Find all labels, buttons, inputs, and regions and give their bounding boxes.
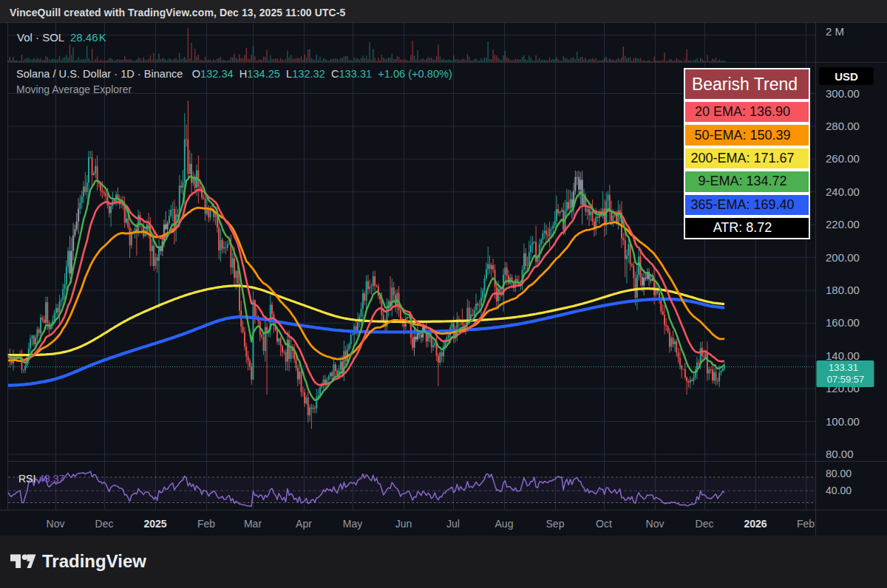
svg-text:Dec: Dec <box>696 518 714 530</box>
svg-text:80.00: 80.00 <box>826 448 854 460</box>
svg-text:Aug: Aug <box>495 518 514 530</box>
svg-text:40.00: 40.00 <box>826 485 852 496</box>
svg-text:Nov: Nov <box>646 518 665 530</box>
svg-text:TradingView: TradingView <box>42 553 146 571</box>
svg-text:07:59:57: 07:59:57 <box>827 374 865 385</box>
svg-text:Jun: Jun <box>395 518 412 530</box>
svg-text:Mar: Mar <box>244 518 262 530</box>
svg-text:300.00: 300.00 <box>826 87 860 100</box>
svg-text:100.00: 100.00 <box>826 415 860 428</box>
svg-text:Jul: Jul <box>446 518 460 530</box>
svg-text:240.00: 240.00 <box>826 185 860 198</box>
svg-text:260.00: 260.00 <box>826 152 860 165</box>
svg-text:80.00: 80.00 <box>826 468 852 479</box>
svg-text:Apr: Apr <box>296 518 312 530</box>
svg-text:2 M: 2 M <box>826 25 844 38</box>
svg-text:May: May <box>343 518 362 530</box>
svg-text:220.00: 220.00 <box>826 218 860 230</box>
svg-text:160.00: 160.00 <box>826 316 860 329</box>
svg-text:Dec: Dec <box>95 518 114 530</box>
svg-text:Sep: Sep <box>546 518 565 530</box>
svg-text:2025: 2025 <box>143 518 166 530</box>
svg-text:Nov: Nov <box>47 518 65 530</box>
svg-text:Oct: Oct <box>596 518 612 530</box>
svg-text:140.00: 140.00 <box>826 349 860 362</box>
svg-text:2026: 2026 <box>744 518 767 530</box>
svg-text:180.00: 180.00 <box>826 284 860 296</box>
svg-text:Feb: Feb <box>197 518 215 530</box>
svg-text:280.00: 280.00 <box>826 120 860 132</box>
svg-text:200.00: 200.00 <box>826 251 860 264</box>
svg-text:Feb: Feb <box>797 518 815 530</box>
svg-text:133.31: 133.31 <box>829 362 858 373</box>
